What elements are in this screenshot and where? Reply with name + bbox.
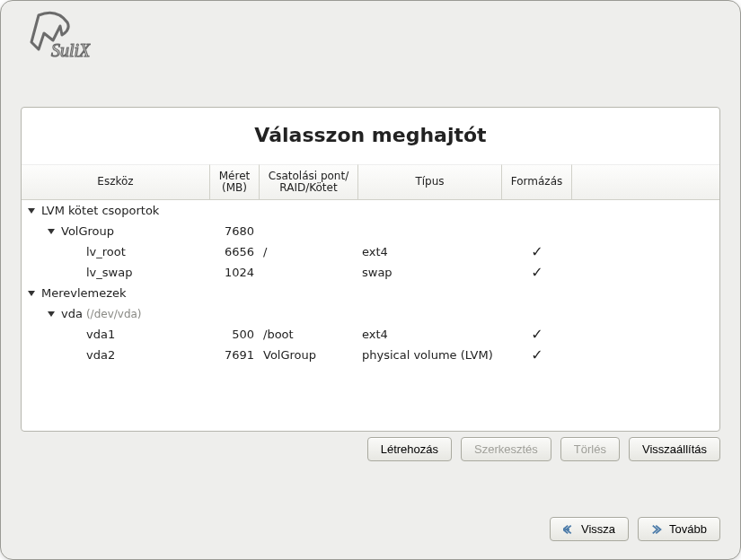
table-row[interactable]: vda1500/bootext4✓ <box>22 324 719 345</box>
check-icon: ✓ <box>531 326 543 343</box>
size-cell: 7680 <box>210 224 260 238</box>
create-button[interactable]: Létrehozás <box>367 437 452 461</box>
tree-spacer <box>70 267 83 279</box>
back-button[interactable]: Vissza <box>550 517 629 541</box>
device-label: lv_root <box>86 245 126 258</box>
size-cell: 1024 <box>210 266 260 279</box>
partition-table: Eszköz Méret (MB) Csatolási pont/ RAID/K… <box>22 164 719 431</box>
format-cell: ✓ <box>502 326 572 343</box>
col-format[interactable]: Formázás <box>502 164 572 200</box>
nav-bar: Vissza Tovább <box>550 517 720 541</box>
reset-button[interactable]: Visszaállítás <box>629 437 720 461</box>
table-row[interactable]: lv_swap1024swap✓ <box>22 262 719 283</box>
device-label: vda <box>61 307 83 320</box>
type-cell: physical volume (LVM) <box>358 348 502 362</box>
back-label: Vissza <box>581 522 615 536</box>
svg-text:SuliX: SuliX <box>51 40 91 60</box>
device-label: vda1 <box>86 328 115 341</box>
device-hint: (/dev/vda) <box>86 308 142 320</box>
action-bar: Létrehozás Szerkesztés Törlés Visszaállí… <box>21 437 720 461</box>
mount-cell: /boot <box>260 328 358 341</box>
device-label: vda2 <box>86 348 115 362</box>
format-cell: ✓ <box>502 346 572 363</box>
type-cell: ext4 <box>358 245 502 258</box>
next-button[interactable]: Tovább <box>638 517 720 541</box>
device-label: Merevlemezek <box>41 286 127 300</box>
partition-panel: Válasszon meghajtót Eszköz Méret (MB) Cs… <box>21 107 720 432</box>
format-cell: ✓ <box>502 243 572 260</box>
type-cell: ext4 <box>358 328 502 341</box>
col-spacer <box>572 164 719 200</box>
size-cell: 6656 <box>210 245 260 258</box>
tree-spacer <box>70 328 83 341</box>
edit-button: Szerkesztés <box>461 437 551 461</box>
page-title: Válasszon meghajtót <box>22 108 719 164</box>
chevron-down-icon[interactable] <box>45 225 57 238</box>
table-row[interactable]: vda (/dev/vda) <box>22 303 719 324</box>
chevron-down-icon[interactable] <box>25 287 38 300</box>
table-header-row: Eszköz Méret (MB) Csatolási pont/ RAID/K… <box>22 164 719 200</box>
distro-logo: SuliX <box>21 10 91 65</box>
check-icon: ✓ <box>531 264 543 281</box>
size-cell: 7691 <box>210 348 260 362</box>
device-label: LVM kötet csoportok <box>41 204 159 217</box>
chevron-down-icon[interactable] <box>25 205 38 217</box>
table-row[interactable]: Merevlemezek <box>22 283 719 303</box>
format-cell: ✓ <box>502 264 572 281</box>
tree-spacer <box>70 246 83 258</box>
check-icon: ✓ <box>531 243 543 260</box>
back-icon <box>563 523 576 536</box>
col-type[interactable]: Típus <box>358 164 502 200</box>
check-icon: ✓ <box>531 346 543 363</box>
size-cell: 500 <box>210 328 260 341</box>
table-row[interactable]: LVM kötet csoportok <box>22 200 719 221</box>
table-row[interactable]: VolGroup7680 <box>22 221 719 241</box>
type-cell: swap <box>358 266 502 279</box>
delete-button: Törlés <box>560 437 620 461</box>
chevron-down-icon[interactable] <box>45 308 57 320</box>
tree-spacer <box>70 349 83 362</box>
mount-cell: VolGroup <box>260 348 358 362</box>
col-mount[interactable]: Csatolási pont/ RAID/Kötet <box>260 164 358 200</box>
next-label: Tovább <box>669 522 707 536</box>
device-label: lv_swap <box>86 266 132 279</box>
col-device[interactable]: Eszköz <box>22 164 210 200</box>
col-size[interactable]: Méret (MB) <box>210 164 260 200</box>
installer-window: SuliX Válasszon meghajtót Eszköz Méret (… <box>0 0 741 560</box>
next-icon <box>651 523 664 536</box>
device-label: VolGroup <box>61 224 114 238</box>
table-row[interactable]: lv_root6656/ext4✓ <box>22 241 719 262</box>
table-row[interactable]: vda27691VolGroupphysical volume (LVM)✓ <box>22 345 719 365</box>
mount-cell: / <box>260 245 358 258</box>
